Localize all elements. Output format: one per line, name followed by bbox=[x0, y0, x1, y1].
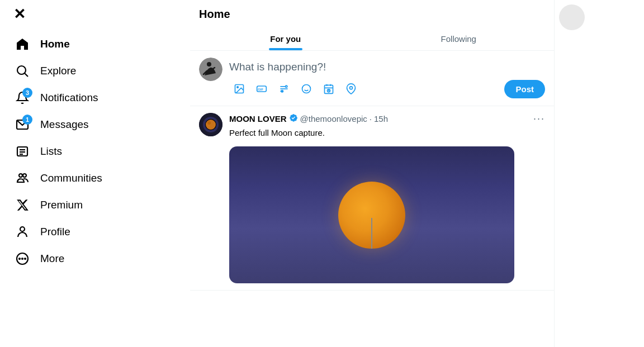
compose-area: What is happening?! GIF bbox=[190, 51, 554, 106]
sidebar-item-profile-label: Profile bbox=[40, 226, 70, 238]
sidebar-item-explore-label: Explore bbox=[40, 65, 76, 77]
compose-input[interactable]: What is happening?! bbox=[229, 58, 545, 73]
home-icon bbox=[15, 36, 30, 52]
svg-point-12 bbox=[22, 258, 23, 259]
sidebar-item-notifications-label: Notifications bbox=[40, 92, 98, 104]
compose-gif-button[interactable]: GIF bbox=[252, 79, 272, 99]
compose-avatar bbox=[199, 58, 222, 81]
tweet-avatar bbox=[199, 113, 222, 136]
svg-point-19 bbox=[237, 87, 239, 88]
tweet-body: MOON LOVER @themoonlovepic · 15h ··· Per… bbox=[229, 113, 545, 283]
sidebar-item-lists-label: Lists bbox=[40, 145, 62, 158]
sidebar-item-premium-label: Premium bbox=[40, 199, 83, 211]
tweet-dot-separator: · bbox=[370, 114, 372, 123]
tweet-author-avatar-icon bbox=[199, 113, 222, 136]
svg-point-25 bbox=[286, 85, 287, 87]
sidebar: ✕ Home Explore bbox=[0, 0, 190, 347]
right-panel-avatar bbox=[559, 4, 585, 30]
svg-point-27 bbox=[302, 85, 311, 93]
svg-point-35 bbox=[350, 87, 353, 89]
sidebar-item-more-label: More bbox=[40, 253, 64, 265]
bell-icon: 3 bbox=[15, 90, 30, 106]
more-circle-icon bbox=[15, 251, 30, 267]
moon-photo bbox=[229, 146, 514, 283]
sidebar-item-messages-label: Messages bbox=[40, 118, 89, 131]
svg-point-9 bbox=[20, 227, 25, 231]
tweet-image bbox=[229, 146, 514, 283]
tweet-time: 15h bbox=[374, 114, 388, 123]
tweet-more-button[interactable]: ··· bbox=[533, 113, 545, 125]
svg-point-40 bbox=[207, 121, 211, 125]
tweet-header: MOON LOVER @themoonlovepic · 15h ··· bbox=[229, 113, 545, 125]
sidebar-item-communities-label: Communities bbox=[40, 172, 102, 184]
mail-icon: 1 bbox=[15, 117, 30, 132]
compose-poll-button[interactable] bbox=[274, 79, 294, 99]
page-header: Home For you Following bbox=[190, 0, 554, 51]
search-icon bbox=[15, 63, 30, 79]
svg-point-0 bbox=[17, 66, 26, 74]
tweet-author-handle: @themoonlovepic bbox=[300, 114, 367, 123]
sidebar-item-profile[interactable]: Profile bbox=[7, 218, 78, 245]
sidebar-item-home-label: Home bbox=[40, 38, 70, 50]
messages-badge: 1 bbox=[22, 115, 32, 125]
sidebar-nav: Home Explore 3 Notifications bbox=[7, 31, 183, 347]
compose-emoji-button[interactable] bbox=[296, 79, 316, 99]
communities-icon bbox=[15, 170, 30, 186]
compose-location-button[interactable] bbox=[341, 79, 361, 99]
sidebar-item-messages[interactable]: 1 Messages bbox=[7, 111, 97, 138]
svg-point-11 bbox=[19, 258, 20, 259]
tweet: MOON LOVER @themoonlovepic · 15h ··· Per… bbox=[190, 106, 554, 291]
sidebar-item-premium[interactable]: Premium bbox=[7, 192, 91, 218]
svg-point-15 bbox=[207, 62, 211, 66]
svg-text:GIF: GIF bbox=[258, 88, 263, 91]
svg-point-8 bbox=[23, 174, 26, 177]
x-logo-button[interactable]: ✕ bbox=[7, 0, 183, 28]
tweet-author-name: MOON LOVER bbox=[229, 114, 287, 123]
right-panel bbox=[555, 0, 644, 347]
svg-point-13 bbox=[25, 258, 26, 259]
x-logo-icon: ✕ bbox=[13, 6, 26, 23]
sidebar-item-notifications[interactable]: 3 Notifications bbox=[7, 84, 106, 111]
sidebar-item-lists[interactable]: Lists bbox=[7, 138, 70, 165]
sidebar-item-home[interactable]: Home bbox=[7, 31, 78, 58]
page-title: Home bbox=[199, 8, 545, 26]
tab-for-you-label: For you bbox=[270, 34, 301, 44]
sidebar-item-explore[interactable]: Explore bbox=[7, 58, 84, 84]
compose-right: What is happening?! GIF bbox=[229, 58, 545, 99]
compose-toolbar: GIF bbox=[229, 79, 545, 99]
tab-following-label: Following bbox=[441, 34, 476, 44]
user-avatar-icon bbox=[199, 58, 222, 81]
svg-point-39 bbox=[206, 120, 216, 130]
compose-placeholder: What is happening?! bbox=[229, 61, 326, 73]
list-icon bbox=[15, 144, 30, 159]
tab-following[interactable]: Following bbox=[372, 26, 546, 50]
notifications-badge: 3 bbox=[22, 88, 32, 98]
svg-point-7 bbox=[19, 174, 22, 177]
compose-schedule-button[interactable] bbox=[319, 79, 339, 99]
sidebar-item-more[interactable]: More bbox=[7, 245, 72, 272]
pole bbox=[371, 218, 372, 249]
main-content: Home For you Following What is bbox=[190, 0, 555, 347]
svg-line-1 bbox=[25, 73, 28, 77]
tweet-text: Perfect full Moon capture. bbox=[229, 127, 545, 139]
person-icon bbox=[15, 224, 30, 240]
sidebar-item-communities[interactable]: Communities bbox=[7, 165, 110, 192]
tab-for-you[interactable]: For you bbox=[199, 26, 372, 50]
premium-x-icon bbox=[15, 197, 30, 213]
compose-image-button[interactable] bbox=[229, 79, 249, 99]
post-button[interactable]: Post bbox=[504, 80, 545, 98]
tabs: For you Following bbox=[199, 26, 545, 50]
verified-icon bbox=[289, 113, 298, 124]
